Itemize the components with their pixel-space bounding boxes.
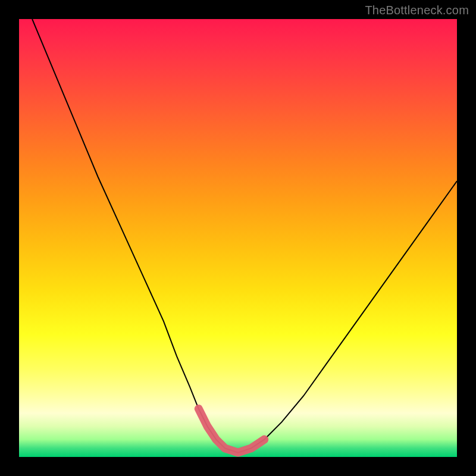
bottleneck-curve-left [32, 19, 457, 453]
plot-area [19, 19, 457, 457]
optimal-range-highlight [199, 409, 264, 453]
watermark-text: TheBottleneck.com [365, 4, 469, 17]
chart-svg [19, 19, 457, 457]
chart-container: TheBottleneck.com [0, 0, 476, 476]
